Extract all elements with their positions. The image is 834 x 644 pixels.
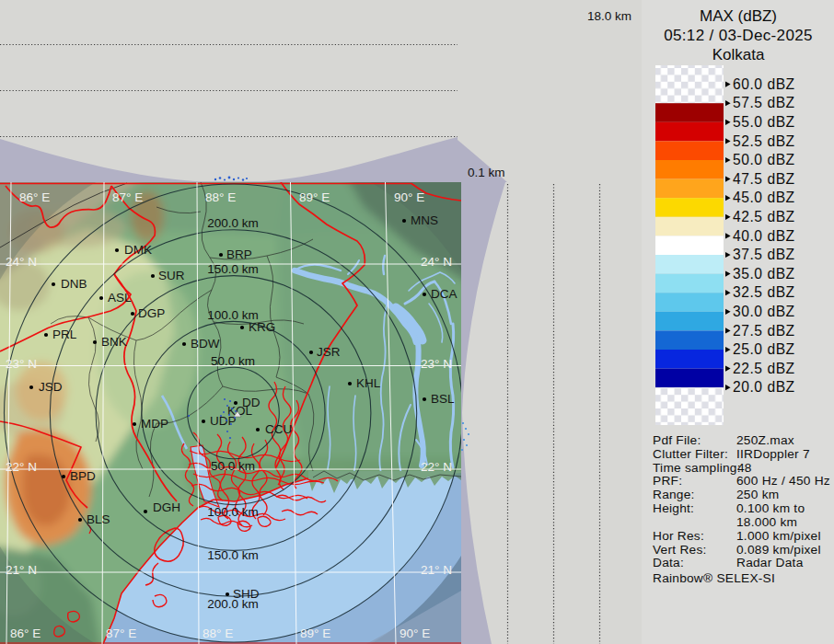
- svg-text:37.5 dBZ: 37.5 dBZ: [733, 247, 795, 262]
- svg-text:50.0 km: 50.0 km: [211, 354, 255, 368]
- svg-text:IIRDoppler 7: IIRDoppler 7: [736, 447, 810, 461]
- svg-text:32.5 dBZ: 32.5 dBZ: [733, 284, 795, 300]
- svg-text:Time sampling:: Time sampling:: [653, 461, 741, 475]
- svg-text:30.0 dBZ: 30.0 dBZ: [733, 304, 795, 319]
- svg-text:0.089 km/pixel: 0.089 km/pixel: [736, 543, 821, 557]
- svg-text:55.0 dBZ: 55.0 dBZ: [733, 114, 795, 130]
- svg-text:22° N: 22° N: [421, 460, 452, 474]
- svg-text:MAX (dBZ): MAX (dBZ): [700, 7, 777, 25]
- svg-text:250 km: 250 km: [736, 488, 779, 501]
- svg-text:BPD: BPD: [70, 469, 96, 483]
- svg-text:18.000 km: 18.000 km: [736, 515, 797, 529]
- svg-text:BNK: BNK: [101, 335, 127, 349]
- svg-text:Height:: Height:: [653, 501, 694, 515]
- svg-text:22.5 dBZ: 22.5 dBZ: [733, 361, 795, 376]
- svg-text:87° E: 87° E: [106, 627, 136, 640]
- svg-text:Pdf File:: Pdf File:: [653, 433, 701, 447]
- svg-text:21° N: 21° N: [421, 563, 452, 577]
- svg-text:BLS: BLS: [87, 512, 110, 526]
- svg-text:60.0 dBZ: 60.0 dBZ: [733, 76, 795, 92]
- svg-text:89° E: 89° E: [299, 190, 330, 204]
- svg-text:Hor Res:: Hor Res:: [653, 529, 704, 543]
- svg-text:Kolkata: Kolkata: [712, 46, 765, 63]
- svg-text:BDW: BDW: [191, 337, 220, 351]
- svg-text:42.5 dBZ: 42.5 dBZ: [733, 209, 795, 224]
- svg-text:MNS: MNS: [411, 213, 438, 227]
- svg-text:24° N: 24° N: [421, 255, 452, 269]
- svg-text:PRL: PRL: [52, 328, 77, 341]
- svg-text:DCA: DCA: [431, 287, 458, 301]
- svg-text:SUR: SUR: [158, 269, 185, 282]
- svg-text:24° N: 24° N: [6, 255, 37, 269]
- svg-text:BRP: BRP: [226, 247, 252, 261]
- svg-text:0.1 km: 0.1 km: [468, 166, 505, 179]
- svg-text:Clutter Filter:: Clutter Filter:: [653, 447, 728, 461]
- svg-text:90° E: 90° E: [394, 190, 424, 204]
- svg-text:45.0 dBZ: 45.0 dBZ: [733, 190, 795, 205]
- svg-text:KHL: KHL: [356, 376, 381, 390]
- svg-text:89° E: 89° E: [300, 627, 330, 640]
- svg-text:27.5 dBZ: 27.5 dBZ: [733, 323, 795, 339]
- svg-text:Rainbow® SELEX-SI: Rainbow® SELEX-SI: [653, 571, 775, 585]
- svg-text:47.5 dBZ: 47.5 dBZ: [733, 171, 795, 187]
- svg-text:200.0 km: 200.0 km: [207, 216, 259, 230]
- svg-text:50.0 dBZ: 50.0 dBZ: [733, 152, 795, 167]
- svg-text:DMK: DMK: [124, 243, 152, 257]
- svg-text:100.0 km: 100.0 km: [207, 505, 259, 519]
- svg-text:35.0 dBZ: 35.0 dBZ: [733, 266, 795, 282]
- svg-text:Range:: Range:: [653, 488, 695, 501]
- svg-text:88° E: 88° E: [205, 190, 236, 204]
- svg-text:22° N: 22° N: [6, 460, 37, 474]
- svg-text:600 Hz / 450 Hz: 600 Hz / 450 Hz: [736, 474, 830, 488]
- svg-text:UDP: UDP: [210, 414, 237, 428]
- svg-text:DNB: DNB: [61, 277, 87, 291]
- svg-text:JSR: JSR: [317, 345, 341, 359]
- svg-text:88° E: 88° E: [203, 627, 233, 640]
- svg-text:90° E: 90° E: [400, 627, 430, 640]
- svg-text:Radar Data: Radar Data: [736, 556, 804, 569]
- svg-text:JSD: JSD: [39, 380, 63, 394]
- svg-text:20.0 dBZ: 20.0 dBZ: [733, 379, 795, 395]
- svg-text:25.0 dBZ: 25.0 dBZ: [733, 341, 795, 357]
- svg-text:BSL: BSL: [431, 392, 455, 406]
- svg-text:150.0 km: 150.0 km: [207, 548, 259, 562]
- svg-text:57.5 dBZ: 57.5 dBZ: [733, 95, 795, 110]
- svg-text:50.0 km: 50.0 km: [211, 459, 255, 473]
- svg-text:86° E: 86° E: [19, 190, 50, 204]
- svg-text:23° N: 23° N: [6, 357, 37, 371]
- svg-text:48: 48: [737, 461, 752, 475]
- svg-text:87° E: 87° E: [112, 190, 143, 204]
- svg-text:DGH: DGH: [153, 500, 180, 514]
- svg-text:DGP: DGP: [138, 306, 165, 320]
- svg-text:40.0 dBZ: 40.0 dBZ: [733, 228, 795, 244]
- svg-text:ASL: ASL: [108, 291, 132, 305]
- svg-text:PRF:: PRF:: [653, 474, 682, 488]
- svg-text:250Z.max: 250Z.max: [736, 433, 794, 447]
- svg-text:21° N: 21° N: [6, 563, 37, 577]
- svg-text:Vert Res:: Vert Res:: [653, 543, 707, 557]
- svg-text:86° E: 86° E: [10, 627, 41, 640]
- svg-text:KRG: KRG: [249, 320, 275, 334]
- svg-text:05:12 / 03-Dec-2025: 05:12 / 03-Dec-2025: [664, 27, 813, 44]
- svg-text:MDP: MDP: [141, 417, 168, 431]
- svg-text:23° N: 23° N: [421, 357, 452, 371]
- svg-text:150.0 km: 150.0 km: [207, 262, 259, 276]
- svg-text:18.0 km: 18.0 km: [587, 9, 631, 23]
- svg-text:Data:: Data:: [653, 556, 684, 569]
- svg-text:52.5 dBZ: 52.5 dBZ: [733, 133, 795, 149]
- svg-text:CCU: CCU: [265, 422, 292, 436]
- svg-text:1.000 km/pixel: 1.000 km/pixel: [736, 529, 821, 543]
- svg-text:SHD: SHD: [233, 587, 260, 601]
- svg-text:0.100 km to: 0.100 km to: [736, 501, 805, 515]
